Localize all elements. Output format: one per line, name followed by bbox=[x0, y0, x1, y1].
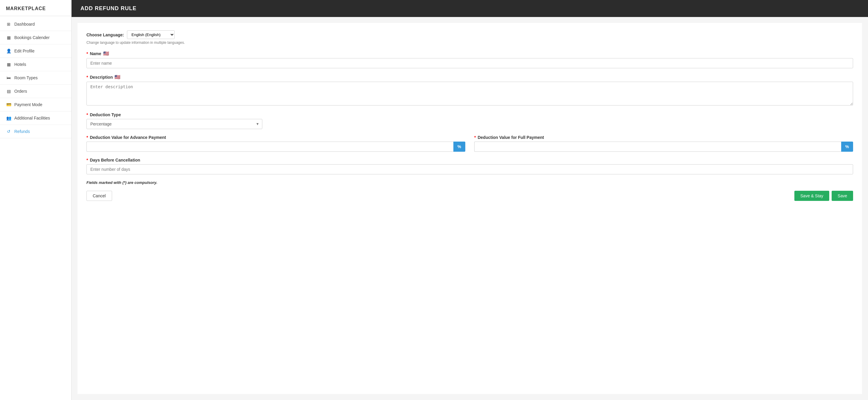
sidebar: MARKETPLACE ⊞ Dashboard ▦ Bookings Calen… bbox=[0, 0, 71, 400]
full-payment-input[interactable] bbox=[474, 142, 841, 152]
full-payment-label: * Deduction Value for Full Payment bbox=[474, 135, 853, 140]
save-button[interactable]: Save bbox=[832, 191, 853, 201]
bed-icon: 🛏 bbox=[6, 75, 11, 80]
name-label-text: Name bbox=[90, 51, 101, 56]
sidebar-item-label: Additional Facilities bbox=[14, 116, 50, 120]
days-label-text: Days Before Cancellation bbox=[90, 158, 140, 162]
description-required-star: * bbox=[87, 75, 88, 80]
dashboard-icon: ⊞ bbox=[6, 22, 11, 27]
refunds-icon: ↺ bbox=[6, 129, 11, 134]
sidebar-item-label: Dashboard bbox=[14, 22, 35, 27]
description-field-group: * Description 🇺🇸 bbox=[87, 74, 853, 106]
hotel-icon: ▦ bbox=[6, 62, 11, 67]
full-payment-col: * Deduction Value for Full Payment % bbox=[474, 135, 853, 152]
days-field-group: * Days Before Cancellation bbox=[87, 158, 853, 174]
full-payment-percent-btn[interactable]: % bbox=[841, 142, 853, 152]
days-input[interactable] bbox=[87, 164, 853, 174]
full-required-star: * bbox=[474, 135, 476, 140]
sidebar-item-hotels[interactable]: ▦ Hotels bbox=[0, 58, 71, 71]
days-label: * Days Before Cancellation bbox=[87, 158, 853, 162]
advance-payment-label: * Deduction Value for Advance Payment bbox=[87, 135, 465, 140]
sidebar-nav: ⊞ Dashboard ▦ Bookings Calender 👤 Edit P… bbox=[0, 18, 71, 138]
name-input[interactable] bbox=[87, 58, 853, 68]
person-icon: 👤 bbox=[6, 49, 11, 53]
name-field-group: * Name 🇺🇸 bbox=[87, 51, 853, 68]
sidebar-item-edit-profile[interactable]: 👤 Edit Profile bbox=[0, 44, 71, 58]
main-content: ADD REFUND RULE Choose Language: English… bbox=[71, 0, 868, 400]
cancel-button[interactable]: Cancel bbox=[87, 191, 112, 201]
sidebar-item-label: Hotels bbox=[14, 62, 26, 67]
advance-payment-input[interactable] bbox=[87, 142, 454, 152]
deduction-values-row: * Deduction Value for Advance Payment % … bbox=[87, 135, 853, 152]
full-payment-input-group: % bbox=[474, 142, 853, 152]
sidebar-item-label: Orders bbox=[14, 89, 27, 94]
facilities-icon: 👥 bbox=[6, 116, 11, 120]
deduction-type-label: * Deduction Type bbox=[87, 112, 853, 117]
advance-payment-col: * Deduction Value for Advance Payment % bbox=[87, 135, 465, 152]
sidebar-item-label: Edit Profile bbox=[14, 49, 35, 53]
page-title: ADD REFUND RULE bbox=[81, 5, 136, 11]
deduction-type-required-star: * bbox=[87, 112, 88, 117]
language-hint: Change language to update information in… bbox=[87, 40, 853, 45]
description-label-text: Description bbox=[90, 75, 113, 80]
description-label: * Description 🇺🇸 bbox=[87, 74, 853, 80]
deduction-type-field-group: * Deduction Type PercentageFixed Amount … bbox=[87, 112, 853, 129]
language-label: Choose Language: bbox=[87, 32, 124, 37]
payment-icon: 💳 bbox=[6, 102, 11, 107]
bar-chart-icon: ▦ bbox=[6, 35, 11, 40]
sidebar-item-refunds[interactable]: ↺ Refunds bbox=[0, 125, 71, 138]
action-row: Cancel Save & Stay Save bbox=[87, 191, 853, 201]
sidebar-item-label: Payment Mode bbox=[14, 102, 42, 107]
sidebar-item-label: Refunds bbox=[14, 129, 30, 134]
sidebar-item-additional-facilities[interactable]: 👥 Additional Facilities bbox=[0, 112, 71, 125]
sidebar-item-label: Room Types bbox=[14, 75, 37, 80]
sidebar-item-room-types[interactable]: 🛏 Room Types bbox=[0, 71, 71, 85]
deduction-type-select-wrapper: PercentageFixed Amount ▼ bbox=[87, 119, 262, 129]
compulsory-note: Fields marked with (*) are compulsory. bbox=[87, 180, 853, 185]
advance-required-star: * bbox=[87, 135, 88, 140]
sidebar-item-payment-mode[interactable]: 💳 Payment Mode bbox=[0, 98, 71, 112]
sidebar-item-label: Bookings Calender bbox=[14, 35, 50, 40]
save-stay-button[interactable]: Save & Stay bbox=[795, 191, 829, 201]
description-flag-icon: 🇺🇸 bbox=[115, 74, 120, 80]
name-label: * Name 🇺🇸 bbox=[87, 51, 853, 56]
sidebar-item-orders[interactable]: ▤ Orders bbox=[0, 85, 71, 98]
sidebar-title: MARKETPLACE bbox=[0, 6, 71, 16]
deduction-type-label-text: Deduction Type bbox=[90, 112, 121, 117]
days-required-star: * bbox=[87, 158, 88, 162]
sidebar-item-dashboard[interactable]: ⊞ Dashboard bbox=[0, 18, 71, 31]
sidebar-item-bookings-calender[interactable]: ▦ Bookings Calender bbox=[0, 31, 71, 44]
orders-icon: ▤ bbox=[6, 89, 11, 94]
right-buttons: Save & Stay Save bbox=[795, 191, 853, 201]
advance-payment-percent-btn[interactable]: % bbox=[454, 142, 465, 152]
language-select[interactable]: English (English) bbox=[127, 30, 175, 39]
description-input[interactable] bbox=[87, 82, 853, 105]
page-header: ADD REFUND RULE bbox=[71, 0, 868, 17]
advance-payment-input-group: % bbox=[87, 142, 465, 152]
deduction-type-select[interactable]: PercentageFixed Amount bbox=[87, 119, 262, 129]
name-flag-icon: 🇺🇸 bbox=[103, 51, 109, 56]
name-required-star: * bbox=[87, 51, 88, 56]
full-payment-label-text: Deduction Value for Full Payment bbox=[477, 135, 544, 140]
form-container: Choose Language: English (English) Chang… bbox=[78, 23, 862, 394]
advance-payment-label-text: Deduction Value for Advance Payment bbox=[90, 135, 166, 140]
language-row: Choose Language: English (English) bbox=[87, 30, 853, 39]
